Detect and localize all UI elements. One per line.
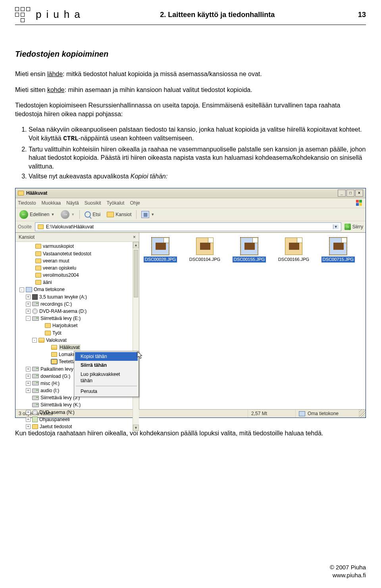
views-button[interactable]: ▼ <box>140 210 156 219</box>
context-menu-item[interactable]: Siirrä tähän <box>75 361 138 370</box>
drive-icon <box>32 381 39 385</box>
go-button[interactable]: → Siirry <box>344 224 363 230</box>
label: Siirry <box>352 224 363 230</box>
file-name: DSC00166.JPG <box>278 257 309 262</box>
expander-icon[interactable]: + <box>26 367 31 372</box>
file-name: DSC00104.JPG <box>189 257 220 262</box>
go-icon: → <box>344 224 351 230</box>
expander-icon[interactable]: + <box>26 410 31 415</box>
list-item: Tartu valittuihin kohteisiin hiiren oike… <box>29 145 366 171</box>
scroll-down-icon[interactable]: ▼ <box>133 425 139 431</box>
tree-node[interactable]: Vastaanotetut tiedostot <box>15 250 139 257</box>
label: Edellinen <box>30 211 49 218</box>
file-item[interactable]: DSC00155.JPG <box>232 237 266 262</box>
folder-open-icon <box>51 345 57 350</box>
expander-icon[interactable]: + <box>26 381 31 386</box>
tree-node[interactable]: -Oma tietokone <box>15 286 139 293</box>
address-input[interactable]: E:\Valokuvat\Hääkuvat ▼ <box>35 222 341 231</box>
expander-icon[interactable]: - <box>32 338 37 343</box>
expander-icon[interactable]: + <box>26 309 31 314</box>
footer-url: www.piuha.fi <box>330 571 366 579</box>
expander-icon[interactable]: + <box>26 295 31 299</box>
views-icon <box>141 211 149 218</box>
file-item[interactable]: DSC00166.JPG <box>277 237 311 262</box>
scrollbar[interactable]: ▲ ▼ <box>133 242 139 431</box>
file-list-panel[interactable]: DSC00028.JPGDSC00104.JPGDSC00155.JPGDSC0… <box>139 233 366 409</box>
tree-node[interactable]: +DVD-RAM-asema (D:) <box>15 308 139 315</box>
drive-icon <box>32 302 39 306</box>
file-item[interactable]: DSC00028.JPG <box>143 237 177 262</box>
expander-icon[interactable]: + <box>26 424 31 429</box>
tree-node[interactable]: Hääkuvat <box>15 344 139 351</box>
logo-squares-icon <box>15 7 30 22</box>
copyright: © 2007 Piuha <box>330 563 366 571</box>
underline-lahde: lähde <box>47 71 63 77</box>
file-item[interactable]: DSC00104.JPG <box>188 237 222 262</box>
close-button[interactable]: × <box>355 190 363 197</box>
folder-icon <box>35 266 41 270</box>
image-file-icon <box>196 237 214 255</box>
back-button[interactable]: ← Edellinen ▼ <box>18 209 56 220</box>
expander-icon[interactable]: + <box>26 302 31 306</box>
tree-node[interactable]: +Jaetut tiedostot <box>15 423 139 430</box>
tree-label: 3,5 tuuman levyke (A:) <box>39 294 87 300</box>
tree-node[interactable]: -Valokuvat <box>15 337 139 344</box>
menu-item[interactable]: Työkalut <box>107 200 125 206</box>
tree-node[interactable]: veeran opiskelu <box>15 264 139 272</box>
tree-node[interactable]: +recordings (C:) <box>15 301 139 308</box>
maximize-button[interactable]: □ <box>346 190 354 197</box>
address-dropdown-icon[interactable]: ▼ <box>333 224 339 229</box>
expander-icon[interactable]: + <box>26 417 31 422</box>
image-file-icon <box>329 237 347 255</box>
menu-item[interactable]: Ohje <box>130 200 140 206</box>
close-panel-button[interactable]: × <box>133 234 136 240</box>
tree-node[interactable]: Siirrettävä levy (K:) <box>15 401 139 408</box>
search-button[interactable]: Etsi <box>83 211 102 218</box>
tree-node[interactable]: Harjoitukset <box>15 322 139 329</box>
menu-item[interactable]: Muokkaa <box>42 200 61 206</box>
tree-node[interactable]: +DVD-asema (N:) <box>15 409 139 416</box>
image-file-icon <box>241 237 258 255</box>
paragraph-3: Tiedostojen kopioimiseen Resurssienhalli… <box>15 101 366 118</box>
expander-icon[interactable]: - <box>26 316 31 321</box>
folder-icon <box>18 191 24 195</box>
folder-icon <box>35 273 41 278</box>
forward-button[interactable]: → ▼ <box>59 209 76 220</box>
menu-item[interactable]: Näytä <box>66 200 79 206</box>
folders-button[interactable]: Kansiot <box>105 211 133 218</box>
text: : mitkä tiedostot haluat kopioida ja mis… <box>63 71 262 77</box>
context-menu-item[interactable]: Luo pikakuvakkeet tähän <box>75 370 138 385</box>
file-item[interactable]: DSC00715.JPG <box>321 237 355 262</box>
menu-separator <box>76 386 137 386</box>
page-number: 13 <box>350 10 366 19</box>
status-zone: Oma tietokone <box>296 410 359 418</box>
tree-label: veeran muut <box>43 258 69 264</box>
label: Kansiot <box>115 211 131 218</box>
menu-item[interactable]: Tiedosto <box>18 200 36 206</box>
menu-item[interactable]: Suosikit <box>85 200 101 206</box>
tree-node[interactable]: +Ohjauspaneeli <box>15 416 139 423</box>
tree-node[interactable]: Työt <box>15 329 139 337</box>
status-size: 2,57 Mt <box>248 410 296 418</box>
tree-node[interactable]: +3,5 tuuman levyke (A:) <box>15 293 139 301</box>
expander-icon[interactable]: + <box>26 388 31 393</box>
folder-icon <box>35 259 41 263</box>
tree-node[interactable]: veroilmoitus2004 <box>15 272 139 279</box>
expander-icon[interactable]: + <box>26 374 31 379</box>
context-menu-item[interactable]: Kopioi tähän <box>75 352 138 361</box>
tree-node[interactable]: veeran muut <box>15 257 139 264</box>
minimize-button[interactable]: _ <box>338 190 346 197</box>
file-name: DSC00715.JPG <box>321 257 355 262</box>
context-menu-item[interactable]: Peruuta <box>75 387 138 396</box>
image-file-icon <box>285 237 302 255</box>
scroll-thumb[interactable] <box>134 250 138 297</box>
context-menu[interactable]: Kopioi tähänSiirrä tähänLuo pikakuvakkee… <box>74 351 139 397</box>
scroll-up-icon[interactable]: ▲ <box>133 242 139 248</box>
tree-node[interactable]: varmuuskopiot <box>15 243 139 250</box>
address-label: Osoite <box>18 224 32 230</box>
resize-grip-icon[interactable] <box>359 410 366 418</box>
expander-icon[interactable]: - <box>19 287 24 292</box>
folder-tree[interactable]: ▲ ▼ varmuuskopiotVastaanotetut tiedostot… <box>15 242 139 431</box>
tree-node[interactable]: ääni <box>15 279 139 286</box>
tree-node[interactable]: -Siirrettävä levy (E:) <box>15 315 139 322</box>
